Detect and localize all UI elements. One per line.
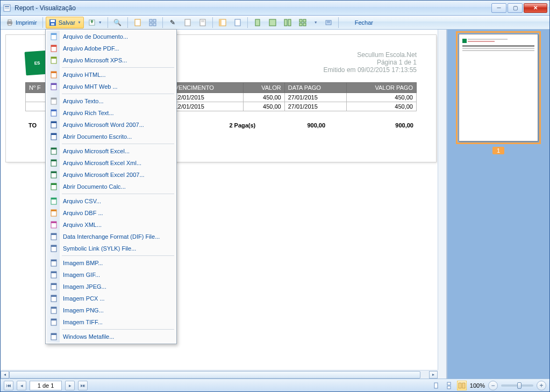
app-icon — [3, 4, 11, 12]
view-single-icon[interactable] — [431, 381, 441, 390]
report-app: Secullum Escola.Net — [324, 51, 417, 59]
menu-item[interactable]: Symbolic Link (SYLK) File... — [47, 243, 175, 254]
svg-rect-6 — [8, 24, 11, 25]
tool-btn-4[interactable]: ✎ — [166, 17, 180, 28]
report-pageinfo: Página 1 de 1 — [324, 59, 417, 66]
view-btn-5[interactable]: ▼ — [311, 17, 320, 28]
file-icon — [49, 132, 58, 141]
scroll-right-button[interactable]: ▸ — [429, 371, 438, 379]
col-vencimento: VENCIMENTO — [171, 83, 243, 93]
menu-item[interactable]: Windows Metafile... — [47, 331, 175, 343]
thumbnail-number: 1 — [492, 147, 504, 154]
zoom-out-button[interactable]: − — [488, 381, 498, 390]
menu-item[interactable]: Arquivo Microsoft XPS... — [47, 54, 175, 66]
zoom-slider[interactable] — [501, 384, 533, 387]
svg-rect-82 — [51, 295, 56, 297]
view-btn-1[interactable] — [251, 17, 265, 28]
menu-item[interactable]: Arquivo Adobe PDF... — [47, 42, 175, 54]
tool-btn-5[interactable] — [181, 17, 195, 28]
svg-rect-2 — [5, 8, 9, 8]
layout2-icon — [233, 18, 242, 27]
svg-rect-48 — [51, 83, 56, 85]
menu-item[interactable]: Imagem GIF... — [47, 269, 175, 281]
export-button[interactable]: ▼ — [85, 17, 105, 28]
svg-rect-52 — [51, 110, 56, 111]
file-icon — [49, 159, 58, 167]
zoom-in-button[interactable]: + — [537, 381, 546, 390]
minimize-button[interactable]: ─ — [491, 3, 506, 13]
menu-item[interactable]: Arquivo XML... — [47, 219, 175, 231]
vertical-scrollbar[interactable] — [438, 30, 446, 370]
file-icon — [49, 170, 58, 179]
file-icon — [49, 182, 58, 191]
last-page-button[interactable]: ⏭ — [78, 381, 88, 390]
app-window: Report - Visualização ─ ▢ ✕ Imprimir Sal… — [0, 0, 550, 392]
view-cont-icon[interactable] — [444, 381, 454, 390]
menu-item[interactable]: Arquivo de Documento... — [47, 31, 175, 42]
thumbnail-page-1[interactable] — [459, 34, 538, 141]
menu-item[interactable]: Abrir Documento Escrito... — [47, 131, 175, 142]
tool-btn-1[interactable]: 🔍 — [111, 17, 125, 28]
save-dropdown-menu: Arquivo de Documento...Arquivo Adobe PDF… — [45, 29, 177, 344]
close-menu-button[interactable]: Fechar — [352, 17, 376, 28]
layout-btn-1[interactable] — [216, 17, 230, 28]
menu-item[interactable]: Arquivo Texto... — [47, 95, 175, 107]
menu-item[interactable]: Imagem TIFF... — [47, 316, 175, 328]
svg-rect-28 — [303, 19, 306, 22]
menu-item[interactable]: Imagem JPEG... — [47, 281, 175, 293]
menu-item[interactable]: Arquivo HTML... — [47, 69, 175, 81]
maximize-button[interactable]: ▢ — [508, 3, 523, 13]
layout-btn-2[interactable] — [231, 17, 245, 28]
print-button[interactable]: Imprimir — [3, 17, 40, 28]
menu-item[interactable]: Imagem BMP... — [47, 257, 175, 269]
view-btn-3[interactable] — [281, 17, 295, 28]
menu-item[interactable]: Imagem PNG... — [47, 304, 175, 316]
view-btn-4[interactable] — [296, 17, 310, 28]
file-icon — [49, 44, 58, 53]
svg-rect-66 — [51, 198, 56, 199]
svg-rect-11 — [135, 19, 140, 26]
col-valorpago: VALOR PAGO — [347, 83, 417, 93]
save-label: Salvar — [59, 19, 75, 26]
menu-item[interactable]: Arquivo Microsoft Word 2007... — [47, 119, 175, 131]
view-btn-2[interactable] — [266, 17, 280, 28]
scroll-left-button[interactable]: ◂ — [1, 371, 9, 379]
menu-item[interactable]: Arquivo DBF ... — [47, 207, 175, 219]
svg-rect-19 — [201, 22, 204, 22]
svg-rect-42 — [51, 45, 56, 47]
file-icon — [49, 70, 58, 79]
prev-page-button[interactable]: ◂ — [17, 381, 26, 390]
svg-rect-50 — [51, 98, 56, 99]
print-label: Imprimir — [16, 19, 37, 26]
menu-item[interactable]: Arquivo Microsoft Excel Xml... — [47, 157, 175, 169]
menu-item[interactable]: Abrir Documento Calc... — [47, 181, 175, 193]
view-multi-icon[interactable] — [457, 381, 467, 390]
svg-rect-36 — [447, 386, 451, 389]
svg-rect-17 — [200, 19, 205, 26]
menu-item[interactable]: Arquivo MHT Web ... — [47, 81, 175, 92]
tool-btn-3[interactable] — [146, 17, 160, 28]
col-datapago: DATA PAGO — [284, 83, 346, 93]
view-btn-6[interactable] — [322, 17, 335, 28]
menu-item[interactable]: Arquivo Microsoft Excel... — [47, 145, 175, 157]
menu-item[interactable]: Arquivo Rich Text... — [47, 107, 175, 119]
page-indicator-input[interactable] — [30, 381, 62, 390]
tool-btn-6[interactable] — [196, 17, 210, 28]
edit-icon: ✎ — [168, 18, 177, 27]
svg-rect-38 — [462, 383, 465, 388]
close-button[interactable]: ✕ — [524, 3, 547, 13]
menu-item[interactable]: Imagem PCX ... — [47, 293, 175, 304]
next-page-button[interactable]: ▸ — [65, 381, 75, 390]
menu-item[interactable]: Data Interchange Format (DIF) File... — [47, 231, 175, 243]
horizontal-scrollbar[interactable]: ◂ ▸ — [1, 370, 438, 379]
svg-rect-88 — [51, 333, 56, 335]
svg-rect-23 — [255, 19, 260, 26]
menu-item[interactable]: Arquivo Microsoft Excel 2007... — [47, 169, 175, 181]
save-button[interactable]: Salvar ▼ — [46, 17, 84, 28]
first-page-button[interactable]: ⏮ — [4, 381, 13, 390]
tool-btn-2[interactable] — [131, 17, 145, 28]
svg-rect-22 — [235, 19, 240, 26]
svg-rect-14 — [149, 23, 152, 26]
file-icon — [49, 209, 58, 217]
menu-item[interactable]: Arquivo CSV... — [47, 195, 175, 207]
